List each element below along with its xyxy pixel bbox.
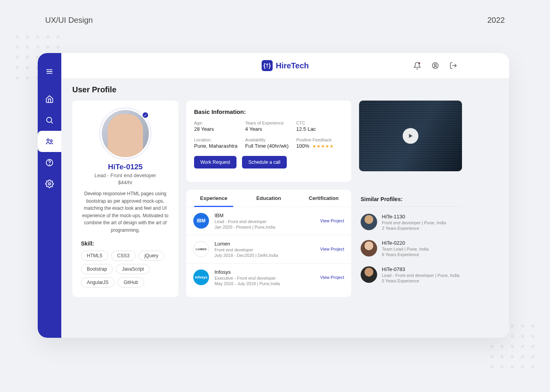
svg-point-8 bbox=[50, 164, 50, 165]
similar-experience: 2 Years Experience bbox=[382, 226, 460, 231]
info-cell-location: Location: Pune, Maharashtra bbox=[194, 137, 241, 149]
svg-point-9 bbox=[48, 183, 51, 185]
similar-experience: 5 Years Experience bbox=[382, 278, 460, 283]
gear-icon bbox=[45, 180, 54, 188]
experience-card: Experience Education Certification IBM I… bbox=[186, 190, 351, 297]
bell-icon[interactable] bbox=[413, 62, 421, 70]
svg-point-10 bbox=[418, 63, 420, 64]
experience-row: Infosys Infosys Executive - Front end de… bbox=[186, 264, 351, 291]
sidebar-item-menu[interactable] bbox=[38, 61, 61, 82]
experience-company: Lumen bbox=[214, 241, 315, 247]
svg-point-12 bbox=[434, 64, 436, 66]
sidebar-item-users[interactable] bbox=[38, 131, 61, 152]
info-cell-availability: Availability Full Time (40hr/wk) bbox=[245, 137, 292, 149]
similar-info: HiTe-1130 Front end developer | Pune, In… bbox=[382, 214, 460, 231]
page-label-right: 2022 bbox=[488, 16, 505, 25]
basic-info-card: Basic Information: Age: 28 Years Years o… bbox=[186, 101, 351, 182]
home-icon bbox=[45, 95, 54, 103]
view-project-link[interactable]: View Project bbox=[320, 218, 344, 223]
experience-info: Infosys Executive - Front end developer … bbox=[214, 269, 315, 286]
view-project-link[interactable]: View Project bbox=[320, 275, 344, 280]
play-icon bbox=[407, 133, 414, 139]
svg-point-5 bbox=[47, 139, 50, 141]
similar-avatar bbox=[361, 214, 377, 230]
info-cell-yoe: Years of Experience 4 Years bbox=[245, 121, 292, 132]
sidebar-item-home[interactable] bbox=[38, 88, 61, 110]
sidebar-item-help[interactable] bbox=[38, 152, 61, 173]
skill-chip: JavaScript bbox=[116, 264, 150, 274]
sidebar bbox=[38, 53, 61, 338]
company-logo-ibm: IBM bbox=[193, 213, 209, 229]
similar-avatar bbox=[361, 266, 377, 283]
similar-meta: Team Lead | Pune, India bbox=[382, 247, 460, 251]
skill-chips: HTML5 CSS3 jQuery Bootstrap JavaScript A… bbox=[81, 251, 170, 288]
basic-info-grid: Age: 28 Years Years of Experience 4 Year… bbox=[194, 121, 343, 149]
app-window: {†} HireTech User Profile bbox=[38, 53, 509, 338]
topbar: {†} HireTech bbox=[61, 53, 509, 78]
similar-id: HiTe-1130 bbox=[382, 214, 460, 220]
intro-video-card bbox=[359, 101, 462, 171]
sidebar-item-search[interactable] bbox=[38, 110, 61, 131]
experience-company: Infosys bbox=[214, 269, 315, 275]
work-request-button[interactable]: Work Request bbox=[194, 156, 236, 169]
play-button[interactable] bbox=[403, 128, 418, 144]
skill-chip: jQuery bbox=[139, 251, 164, 261]
similar-id: HiTe-0783 bbox=[382, 266, 460, 272]
similar-profiles-card: Similar Profiles: HiTe-1130 Front end de… bbox=[359, 190, 462, 297]
profile-role: Lead - Front end developer bbox=[81, 172, 170, 178]
experience-period: Jan 2020 - Present | Pune,India bbox=[214, 225, 315, 229]
tab-education[interactable]: Education bbox=[241, 190, 296, 207]
logout-icon[interactable] bbox=[449, 62, 457, 70]
info-label: Age: bbox=[194, 121, 241, 125]
experience-role: Executive - Front end developer bbox=[214, 276, 315, 280]
similar-info: HiTe-0783 Lead - Front end developer | P… bbox=[382, 266, 460, 283]
experience-role: Front end developer bbox=[214, 247, 315, 252]
user-icon[interactable] bbox=[431, 62, 439, 70]
similar-avatar bbox=[361, 240, 377, 256]
info-label: Location: bbox=[194, 137, 241, 142]
sidebar-item-settings[interactable] bbox=[38, 173, 61, 194]
content: User Profile ✓ HiTe-0125 Lead - Front en… bbox=[61, 78, 509, 338]
info-cell-age: Age: 28 Years bbox=[194, 121, 241, 132]
skill-heading: Skill: bbox=[81, 240, 170, 247]
experience-list: IBM IBM Lead - Front end developer Jan 2… bbox=[186, 207, 351, 291]
profile-description: Develop responsive HTML pages using boot… bbox=[81, 190, 170, 234]
star-rating-icon: ★★★★★ bbox=[312, 144, 334, 148]
users-icon bbox=[45, 137, 54, 146]
skill-chip: GitHub bbox=[117, 277, 144, 288]
skill-chip: AngularJS bbox=[81, 277, 114, 288]
similar-profile-row[interactable]: HiTe-0220 Team Lead | Pune, India 6 Year… bbox=[359, 235, 462, 262]
similar-experience: 6 Years Experience bbox=[382, 252, 460, 257]
view-project-link[interactable]: View Project bbox=[320, 247, 344, 251]
similar-profile-row[interactable]: HiTe-1130 Front end developer | Pune, In… bbox=[359, 209, 462, 235]
page-label-left: UX/UI Design bbox=[45, 16, 93, 25]
similar-profiles-list: HiTe-1130 Front end developer | Pune, In… bbox=[359, 207, 462, 288]
topbar-actions bbox=[413, 62, 457, 70]
svg-line-4 bbox=[51, 122, 53, 123]
brand: {†} HireTech bbox=[262, 60, 309, 71]
profile-card: ✓ HiTe-0125 Lead - Front end developer $… bbox=[72, 101, 178, 297]
info-label: Positive Feedback bbox=[296, 137, 343, 142]
info-label: CTC bbox=[296, 121, 343, 125]
info-label: Years of Experience bbox=[245, 121, 292, 125]
schedule-call-button[interactable]: Schedule a call bbox=[242, 156, 286, 169]
info-cell-feedback: Positive Feedback 100% ★★★★★ bbox=[296, 137, 343, 149]
info-value: 100% ★★★★★ bbox=[296, 143, 343, 149]
info-cell-ctc: CTC 12.5 Lac bbox=[296, 121, 343, 132]
tab-certification[interactable]: Certification bbox=[296, 190, 351, 207]
similar-profile-row[interactable]: HiTe-0783 Lead - Front end developer | P… bbox=[359, 262, 462, 288]
svg-point-6 bbox=[50, 140, 52, 142]
avatar-wrap: ✓ bbox=[102, 110, 149, 157]
brand-logo-icon: {†} bbox=[262, 60, 273, 71]
skill-chip: CSS3 bbox=[111, 251, 135, 261]
info-value: Full Time (40hr/wk) bbox=[245, 143, 292, 149]
similar-meta: Front end developer | Pune, India bbox=[382, 220, 460, 225]
page-title: User Profile bbox=[72, 85, 498, 94]
tabs: Experience Education Certification bbox=[186, 190, 351, 207]
menu-icon bbox=[45, 67, 54, 76]
tab-experience[interactable]: Experience bbox=[186, 190, 241, 207]
similar-profiles-title: Similar Profiles: bbox=[359, 196, 462, 207]
svg-point-11 bbox=[433, 63, 438, 69]
svg-marker-14 bbox=[409, 134, 412, 138]
experience-company: IBM bbox=[214, 212, 315, 218]
